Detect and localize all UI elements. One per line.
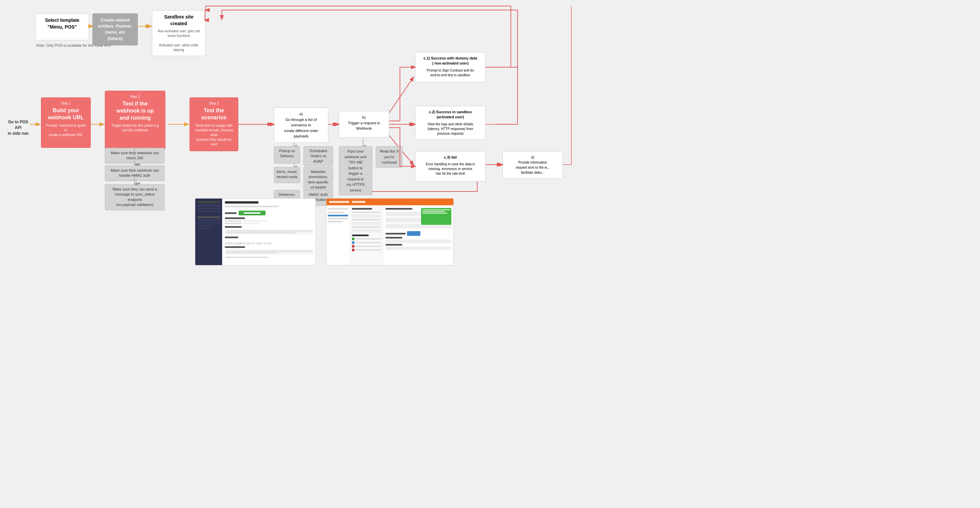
success-dummy-desc: Prompt to Sign Contract and doend-to-end… [419, 68, 482, 78]
step2-title: Test if thewebhook is upand running [108, 100, 162, 121]
scenario-b-node: b)Trigger a request to Webhook [339, 111, 389, 138]
read-doc-node: Read doc ifyou'reconfused [376, 146, 402, 168]
success-dummy-step: c.1) Success with dummy data( non-activa… [419, 56, 482, 66]
sandbox-created-node: Sandbox sitecreated Non-activated user: … [152, 10, 206, 56]
webhook-sync-label: Make sure they can send amessage to sync… [108, 187, 162, 208]
screenshot-left: Select sandbox site or make a new [195, 198, 316, 265]
webhook-200-label: Make sure their webhook canreturn 200 [108, 151, 162, 161]
step3-desc: Send user to a page withchecklist-format… [193, 123, 235, 147]
step2-node: Step 2 Test if thewebhook is upand runni… [105, 91, 165, 149]
create-entities-title: Create relatedentities: Partner,menu, et… [97, 17, 134, 42]
step1-title: Build yourwebhook URL [45, 107, 87, 121]
items-mods-node: Items, mods,nested mods [274, 167, 300, 183]
fail-desc: Error handling in case the data ismissin… [419, 162, 482, 176]
scenario-b-title: b)Trigger a request to Webhook [342, 114, 385, 131]
items-mods-label: Items, mods,nested mods [276, 169, 298, 180]
sandbox-desc: Non-activated user: grey outsome functio… [156, 29, 201, 52]
fail-node: c.3) fail Error handling in case the dat… [415, 151, 486, 181]
success-sandbox-node: c.2) Success in sandbox(activated user) … [415, 106, 486, 140]
step1-label: Step 1 [45, 101, 87, 106]
step2-desc: Trigger button for this action:e.gtest t… [108, 123, 162, 133]
pickup-delivery-node: Pickup vsDelivery [274, 146, 300, 164]
create-entities-node: Create relatedentities: Partner,menu, et… [92, 13, 138, 45]
success-sandbox-step: c.2) Success in sandbox(activated user) [419, 110, 482, 120]
scenario-a-title: a)Go through a list of scenarios tocreat… [278, 111, 325, 139]
provide-info-label: d)Provide informationrequest sent to the… [506, 155, 559, 175]
step3-node: Step 3 Test thescenarios Send user to a … [189, 97, 238, 151]
step1-desc: Provide: read how to guide tocreate a we… [45, 123, 87, 137]
fail-step: c.3) fail [419, 155, 482, 160]
scheduled-asap-label: ScheduledOrders vsASAP [306, 149, 331, 164]
svg-line-7 [388, 77, 414, 114]
webhook-hmac-node: Make sure their webhook canhandle HMAC a… [105, 165, 165, 181]
provide-info-node: d)Provide informationrequest sent to the… [503, 151, 563, 179]
webhook-sync-node: Make sure they can send amessage to sync… [105, 184, 165, 210]
step1-node: Step 1 Build yourwebhook URL Provide: re… [41, 97, 91, 148]
step3-label: Step 3 [193, 101, 235, 106]
input-webhook-node: Input yourwebhook and'TRY ME'button totr… [339, 146, 372, 195]
success-dummy-node: c.1) Success with dummy data( non-activa… [415, 52, 486, 82]
step3-title: Test thescenarios [193, 107, 235, 121]
sandbox-title: Sandbox sitecreated [156, 14, 201, 27]
step2-label: Step 2 [108, 94, 162, 99]
select-template-title: Select template "Menu, POS" [40, 17, 85, 30]
scheduled-asap-node: ScheduledOrders vsASAP [304, 146, 333, 166]
flow-arrows [0, 0, 980, 508]
go-pos-label: Go to POS APIin side nav [5, 119, 32, 136]
scenario-a-node: a)Go through a list of scenarios tocreat… [274, 108, 328, 143]
input-webhook-label: Input yourwebhook and'TRY ME'button totr… [341, 149, 370, 193]
select-template-node: Select template "Menu, POS" [35, 13, 89, 40]
read-doc-label: Read doc ifyou'reconfused [378, 149, 400, 165]
success-sandbox-desc: View the logs and other details(latency,… [419, 122, 482, 136]
screenshot-right [326, 198, 454, 265]
webhook-200-node: Make sure their webhook canreturn 200 [105, 148, 165, 164]
canvas: Select template "Menu, POS" Note: Only P… [0, 0, 980, 508]
arrows-overlay [0, 0, 980, 508]
pickup-delivery-label: Pickup vsDelivery [276, 149, 298, 159]
webhook-hmac-label: Make sure their webhook canhandle HMAC a… [108, 168, 162, 178]
